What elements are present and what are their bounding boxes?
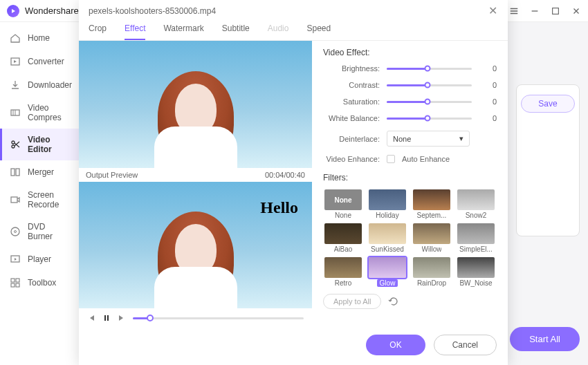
filter-thumb <box>413 257 450 278</box>
svg-rect-6 <box>16 169 19 176</box>
contrast-slider[interactable] <box>387 84 472 86</box>
filter-simpleel[interactable]: SimpleEl... <box>456 223 496 253</box>
filter-thumb <box>457 189 495 210</box>
recorder-icon <box>10 194 21 205</box>
ok-button[interactable]: OK <box>366 335 425 355</box>
next-frame-icon[interactable] <box>118 314 126 322</box>
sidebar-item-label: Toolbox <box>28 278 56 288</box>
playback-slider[interactable] <box>133 317 304 319</box>
compress-icon <box>10 107 21 118</box>
tab-crop[interactable]: Crop <box>89 19 107 40</box>
svg-rect-19 <box>107 315 109 321</box>
filter-september[interactable]: Septem... <box>412 189 452 219</box>
minimize-icon[interactable] <box>530 6 540 16</box>
original-preview <box>79 41 312 168</box>
player-icon <box>10 254 21 265</box>
dialog-tabs: Crop Effect Watermark Subtitle Audio Spe… <box>79 19 508 41</box>
effect-dialog: pexels-koolshooters-8530006.mp4 ✕ Crop E… <box>79 0 508 365</box>
tab-watermark[interactable]: Watermark <box>163 19 203 40</box>
filter-thumb <box>413 189 450 210</box>
deinterlace-label: Deinterlace: <box>323 135 380 143</box>
converter-icon <box>10 56 21 67</box>
refresh-icon[interactable] <box>388 296 399 307</box>
sidebar-item-label: Home <box>28 33 50 43</box>
filter-thumb <box>324 257 362 278</box>
filter-thumb <box>457 223 495 244</box>
deinterlace-select[interactable]: None▾ <box>387 131 470 147</box>
sidebar: Home Converter Downloader Video Compres … <box>0 22 79 365</box>
sidebar-item-label: DVD Burner <box>28 222 69 241</box>
filter-sunkissed[interactable]: SunKissed <box>367 223 407 253</box>
contrast-value: 0 <box>479 81 497 89</box>
auto-enhance-text: Auto Enhance <box>402 155 450 163</box>
tab-speed[interactable]: Speed <box>306 19 331 40</box>
close-icon[interactable] <box>571 6 581 16</box>
sidebar-item-label: Merger <box>28 167 54 177</box>
enhance-label: Video Enhance: <box>323 155 380 163</box>
sidebar-item-downloader[interactable]: Downloader <box>0 73 79 97</box>
sidebar-item-compressor[interactable]: Video Compres <box>0 97 79 129</box>
sidebar-item-recorder[interactable]: Screen Recorde <box>0 184 79 216</box>
filter-aibao[interactable]: AiBao <box>323 223 363 253</box>
cancel-button[interactable]: Cancel <box>434 335 497 355</box>
sidebar-item-label: Player <box>28 254 51 264</box>
sidebar-item-toolbox[interactable]: Toolbox <box>0 271 79 294</box>
start-all-button[interactable]: Start All <box>510 327 580 351</box>
filter-holiday[interactable]: Holiday <box>367 189 407 219</box>
save-button[interactable]: Save <box>521 95 574 113</box>
filter-thumb <box>369 257 406 278</box>
home-icon <box>10 32 21 44</box>
svg-rect-7 <box>11 197 17 203</box>
filter-none[interactable]: NoneNone <box>323 189 363 219</box>
menu-icon[interactable] <box>509 6 519 16</box>
brightness-value: 0 <box>479 64 497 73</box>
filter-glow[interactable]: Glow <box>367 257 407 287</box>
filter-retro[interactable]: Retro <box>323 257 363 287</box>
whitebalance-slider[interactable] <box>387 118 472 120</box>
video-effect-label: Video Effect: <box>323 48 497 57</box>
file-panel: Save <box>516 84 580 236</box>
sidebar-item-home[interactable]: Home <box>0 26 79 50</box>
preview-time: 00:04/00:40 <box>265 171 305 179</box>
filter-thumb <box>457 257 495 278</box>
whitebalance-value: 0 <box>479 114 497 122</box>
filter-thumb: None <box>324 189 362 210</box>
auto-enhance-checkbox[interactable] <box>387 155 395 163</box>
brightness-label: Brightness: <box>323 64 380 73</box>
filter-snow2[interactable]: Snow2 <box>456 189 496 219</box>
saturation-slider[interactable] <box>387 101 472 103</box>
filter-thumb <box>369 223 406 244</box>
dialog-close-icon[interactable]: ✕ <box>488 6 498 17</box>
sidebar-item-label: Screen Recorde <box>28 190 69 209</box>
filters-label: Filters: <box>323 173 497 182</box>
contrast-label: Contrast: <box>323 81 380 89</box>
disc-icon <box>10 226 21 237</box>
maximize-icon[interactable] <box>551 6 560 16</box>
sidebar-item-label: Video Compres <box>28 103 69 122</box>
tab-subtitle[interactable]: Subtitle <box>222 19 250 40</box>
sidebar-item-player[interactable]: Player <box>0 247 79 271</box>
sidebar-item-merger[interactable]: Merger <box>0 160 79 184</box>
filter-raindrop[interactable]: RainDrop <box>412 257 452 287</box>
sidebar-item-dvd[interactable]: DVD Burner <box>0 216 79 247</box>
svg-rect-13 <box>11 283 15 287</box>
download-icon <box>10 79 21 91</box>
prev-frame-icon[interactable] <box>87 314 95 322</box>
sidebar-item-editor[interactable]: Video Editor <box>0 129 79 160</box>
dialog-title: pexels-koolshooters-8530006.mp4 <box>89 6 488 16</box>
svg-rect-11 <box>11 279 15 282</box>
overlay-text: Hello <box>260 198 298 217</box>
apply-to-all-button[interactable]: Apply to All <box>323 294 381 309</box>
scissors-icon <box>10 139 21 150</box>
preview-label: Output Preview <box>86 171 138 179</box>
saturation-value: 0 <box>479 97 497 106</box>
filter-willow[interactable]: Willow <box>412 223 452 253</box>
whitebalance-label: White Balance: <box>323 114 380 122</box>
pause-icon[interactable] <box>102 314 111 322</box>
filter-bwnoise[interactable]: BW_Noise <box>456 257 496 287</box>
brightness-slider[interactable] <box>387 68 472 70</box>
tab-audio[interactable]: Audio <box>268 19 289 40</box>
tab-effect[interactable]: Effect <box>125 19 145 40</box>
svg-rect-18 <box>104 315 106 321</box>
sidebar-item-converter[interactable]: Converter <box>0 50 79 73</box>
